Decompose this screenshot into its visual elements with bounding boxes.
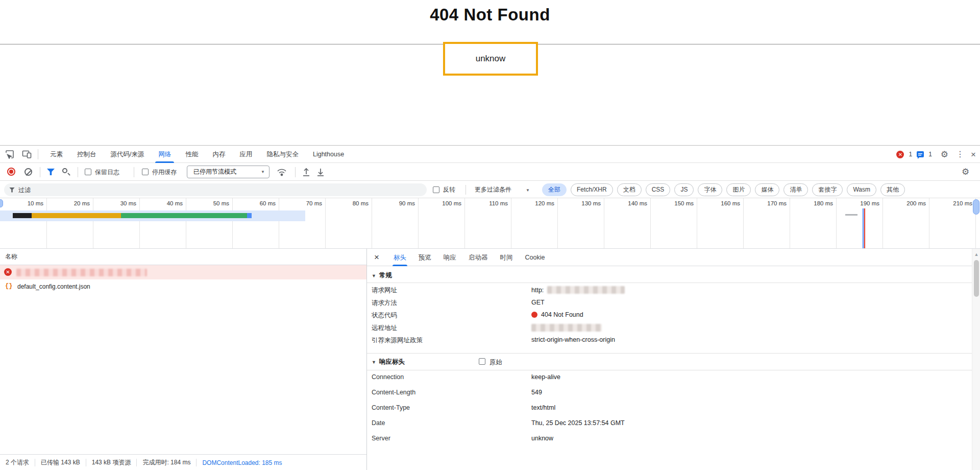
pill-fetch-xhr[interactable]: Fetch/XHR <box>571 183 613 196</box>
scroll-up-arrow-icon[interactable]: ▲ <box>972 252 980 257</box>
response-headers-section-title[interactable]: ▼响应标头 <box>372 358 405 366</box>
tab-console[interactable]: 控制台 <box>70 146 104 163</box>
tab-memory[interactable]: 内存 <box>205 146 232 163</box>
throttling-dropdown[interactable]: 已停用节流模式 ▼ <box>187 166 270 178</box>
message-count: 1 <box>928 151 932 158</box>
header-row-Content-Length: Content-Length549 <box>367 389 972 404</box>
detail-tab-headers[interactable]: 标头 <box>387 249 412 266</box>
detail-tab-preview[interactable]: 预览 <box>412 249 437 266</box>
detail-tab-timing[interactable]: 时间 <box>494 249 519 266</box>
close-devtools-icon[interactable]: × <box>971 150 976 159</box>
pill-all[interactable]: 全部 <box>542 183 567 196</box>
tick-label: 60 ms <box>235 200 276 206</box>
details-tabbar: × 标头预览响应启动器时间Cookie <box>367 249 980 266</box>
detail-tab-response[interactable]: 响应 <box>437 249 462 266</box>
header-value: Thu, 25 Dec 2025 13:57:54 GMT <box>531 419 625 427</box>
gridline <box>279 198 279 249</box>
search-icon[interactable] <box>62 168 67 173</box>
invert-filter-checkbox[interactable] <box>433 186 439 193</box>
pill-js[interactable]: JS <box>674 183 694 196</box>
network-settings-gear-icon[interactable]: ⚙ <box>962 168 969 176</box>
gridline <box>46 198 47 249</box>
filter-toggle-icon[interactable] <box>47 169 55 175</box>
general-section-title[interactable]: ▼常规 <box>372 271 392 280</box>
request-table-header[interactable]: 名称 <box>0 249 366 265</box>
tab-lighthouse[interactable]: Lighthouse <box>306 146 351 163</box>
header-row-请求方法: 请求方法GET <box>367 299 972 312</box>
overview-segment-blocked <box>13 213 32 218</box>
pill-img[interactable]: 图片 <box>726 183 751 196</box>
tab-application[interactable]: 应用 <box>232 146 259 163</box>
header-value-text: keep-alive <box>531 373 560 381</box>
disable-cache-checkbox[interactable] <box>142 169 149 175</box>
headers-panel: ▼常规 请求网址http:请求方法GET状态代码404 Not Found远程地… <box>367 266 972 470</box>
tab-network[interactable]: 网络 <box>151 146 178 163</box>
pill-socket[interactable]: 套接字 <box>812 183 843 196</box>
tab-performance[interactable]: 性能 <box>178 146 205 163</box>
tab-sources[interactable]: 源代码/来源 <box>104 146 152 163</box>
network-conditions-icon[interactable] <box>277 167 287 177</box>
gridline <box>464 198 465 249</box>
tick-label: 120 ms <box>513 200 554 206</box>
import-har-icon[interactable] <box>301 167 311 177</box>
header-value-text: text/html <box>531 404 555 411</box>
pill-manifest[interactable]: 清单 <box>783 183 808 196</box>
tab-elements[interactable]: 元素 <box>43 146 70 163</box>
pill-doc[interactable]: 文档 <box>617 183 642 196</box>
pill-font[interactable]: 字体 <box>698 183 722 196</box>
gridline <box>650 198 651 249</box>
response-raw-label: 原始 <box>489 358 502 367</box>
header-name: Date <box>372 419 385 427</box>
load-line <box>864 208 865 249</box>
preserve-log-checkbox[interactable] <box>85 169 91 175</box>
detail-tab-initiator[interactable]: 启动器 <box>462 249 494 266</box>
network-overview[interactable]: 10 ms20 ms30 ms40 ms50 ms60 ms70 ms80 ms… <box>0 198 980 249</box>
tab-privacy[interactable]: 隐私与安全 <box>259 146 306 163</box>
table-row[interactable]: {}default_config.content.json <box>0 279 366 294</box>
kebab-menu-icon[interactable]: ⋮ <box>956 150 964 158</box>
tick-label: 110 ms <box>467 200 508 206</box>
more-filters-label[interactable]: 更多过滤条件 <box>475 181 511 198</box>
settings-gear-icon[interactable]: ⚙ <box>941 150 948 159</box>
overview-segment-finish <box>247 213 252 218</box>
scrollbar-thumb[interactable] <box>974 260 979 297</box>
header-name: 引荐来源网址政策 <box>372 336 423 345</box>
clear-network-log-button[interactable] <box>24 168 32 176</box>
issues-message-icon[interactable] <box>917 151 924 157</box>
header-value-text: Thu, 25 Dec 2025 13:57:54 GMT <box>531 419 625 427</box>
name-column-header[interactable]: 名称 <box>5 249 17 265</box>
header-value-text: strict-origin-when-cross-origin <box>531 336 615 343</box>
overview-right-handle[interactable] <box>973 199 979 215</box>
page-title: 404 Not Found <box>0 5 980 25</box>
pill-other[interactable]: 其他 <box>880 183 905 196</box>
header-value: http: <box>531 286 625 294</box>
table-row[interactable]: ✕ <box>0 265 366 279</box>
overview-left-handle[interactable] <box>0 199 3 207</box>
header-name: Content-Length <box>372 389 415 396</box>
record-network-log-button[interactable] <box>7 168 15 176</box>
header-row-状态代码: 状态代码404 Not Found <box>367 311 972 324</box>
chevron-down-icon: ▼ <box>526 188 530 193</box>
console-error-icon[interactable]: ✕ <box>896 151 904 158</box>
header-row-Server: Serverunknow <box>367 435 972 450</box>
pill-css[interactable]: CSS <box>646 183 671 196</box>
tick-label: 20 ms <box>49 200 90 206</box>
disable-cache-label: 停用缓存 <box>152 163 177 181</box>
gridline <box>929 198 929 249</box>
close-details-icon[interactable]: × <box>374 249 379 266</box>
header-value-text: http: <box>531 287 544 294</box>
response-raw-checkbox[interactable] <box>479 358 485 365</box>
status-item: 2 个请求 <box>0 458 35 467</box>
inspect-element-icon[interactable] <box>5 149 15 159</box>
detail-tab-cookies[interactable]: Cookie <box>519 249 551 266</box>
header-value-text: unknow <box>531 435 553 442</box>
pill-media[interactable]: 媒体 <box>755 183 779 196</box>
details-scrollbar[interactable]: ▲ <box>972 249 980 470</box>
filter-input[interactable] <box>18 186 422 194</box>
header-value: 404 Not Found <box>531 311 583 318</box>
pill-wasm[interactable]: Wasm <box>847 183 876 196</box>
export-har-icon[interactable] <box>315 167 326 177</box>
tick-label: 180 ms <box>792 200 833 206</box>
overview-request-dash <box>845 214 857 216</box>
device-toolbar-icon[interactable] <box>21 149 32 159</box>
